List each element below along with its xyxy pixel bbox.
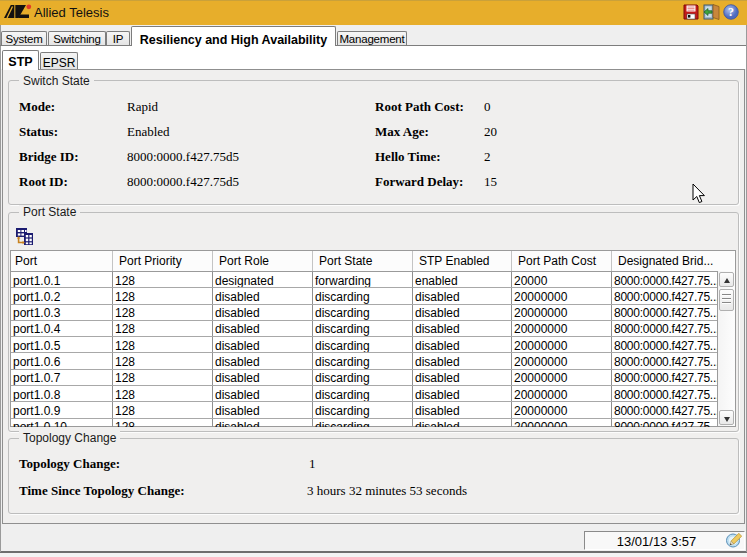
svg-text:?: ? <box>728 5 734 19</box>
